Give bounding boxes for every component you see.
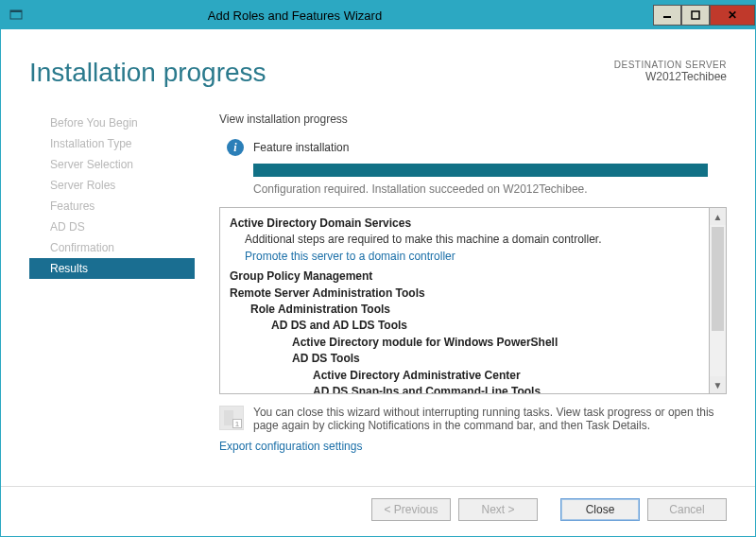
tree-rsat: Remote Server Administration Tools <box>230 286 699 302</box>
status-title: Feature installation <box>253 141 349 154</box>
step-results: Results <box>29 258 195 279</box>
titlebar: Add Roles and Features Wizard ✕ <box>1 1 755 29</box>
wizard-window: Add Roles and Features Wizard ✕ Installa… <box>0 0 756 537</box>
next-button: Next > <box>458 498 538 521</box>
tree-ad-ps: Active Directory module for Windows Powe… <box>230 335 699 351</box>
tree-ad-ac: Active Directory Administrative Center <box>230 368 699 384</box>
scrollbar[interactable]: ▲ ▼ <box>710 207 727 394</box>
hint-text: You can close this wizard without interr… <box>253 406 727 432</box>
window-controls: ✕ <box>653 5 755 26</box>
previous-button: < Previous <box>371 498 451 521</box>
step-features: Features <box>29 196 195 217</box>
flag-icon: 1 <box>219 406 244 430</box>
step-installation-type: Installation Type <box>29 133 195 154</box>
tree-ad-lds: AD DS and AD LDS Tools <box>230 318 699 334</box>
hint-row: 1 You can close this wizard without inte… <box>219 394 727 438</box>
close-window-button[interactable]: ✕ <box>710 5 755 26</box>
tree-rat: Role Administration Tools <box>230 302 699 318</box>
scroll-down-icon[interactable]: ▼ <box>710 376 726 393</box>
minimize-button[interactable] <box>653 5 681 26</box>
step-before-you-begin: Before You Begin <box>29 113 195 133</box>
destination-label: DESTINATION SERVER <box>614 60 727 70</box>
main-pane: View installation progress i Feature ins… <box>195 113 727 486</box>
tree-adds-sub: Additional steps are required to make th… <box>230 232 699 248</box>
status-detail: Configuration required. Installation suc… <box>219 182 727 196</box>
scroll-thumb[interactable] <box>712 227 724 331</box>
step-server-roles: Server Roles <box>29 175 195 196</box>
window-title: Add Roles and Features Wizard <box>31 9 558 23</box>
app-icon <box>9 8 24 23</box>
wizard-steps-sidebar: Before You Begin Installation Type Serve… <box>29 113 195 486</box>
destination-server: DESTINATION SERVER W2012Techibee <box>614 60 727 83</box>
destination-name: W2012Techibee <box>614 70 727 83</box>
tree-ad-tools: AD DS Tools <box>230 351 699 367</box>
step-server-selection: Server Selection <box>29 154 195 175</box>
page-title: Installation progress <box>29 58 614 88</box>
footer-buttons: < Previous Next > Close Cancel <box>1 486 755 536</box>
step-ad-ds: AD DS <box>29 217 195 237</box>
info-icon: i <box>227 139 244 156</box>
svg-rect-3 <box>692 11 699 19</box>
tree-gpm: Group Policy Management <box>230 268 699 285</box>
progress-bar <box>253 164 708 177</box>
cancel-button: Cancel <box>647 498 727 521</box>
view-label: View installation progress <box>219 113 727 126</box>
content-area: Installation progress DESTINATION SERVER… <box>1 29 755 486</box>
svg-rect-1 <box>10 10 22 12</box>
step-confirmation: Confirmation <box>29 237 195 258</box>
close-button[interactable]: Close <box>560 498 640 521</box>
results-tree: Active Directory Domain Services Additio… <box>219 207 710 394</box>
export-config-link[interactable]: Export configuration settings <box>219 440 727 453</box>
scroll-up-icon[interactable]: ▲ <box>710 208 726 225</box>
scroll-track[interactable] <box>710 225 726 376</box>
tree-ad-snap: AD DS Snap-Ins and Command-Line Tools <box>230 384 699 394</box>
tree-adds: Active Directory Domain Services <box>230 216 699 232</box>
maximize-button[interactable] <box>681 5 710 26</box>
promote-dc-link[interactable]: Promote this server to a domain controll… <box>230 249 699 265</box>
